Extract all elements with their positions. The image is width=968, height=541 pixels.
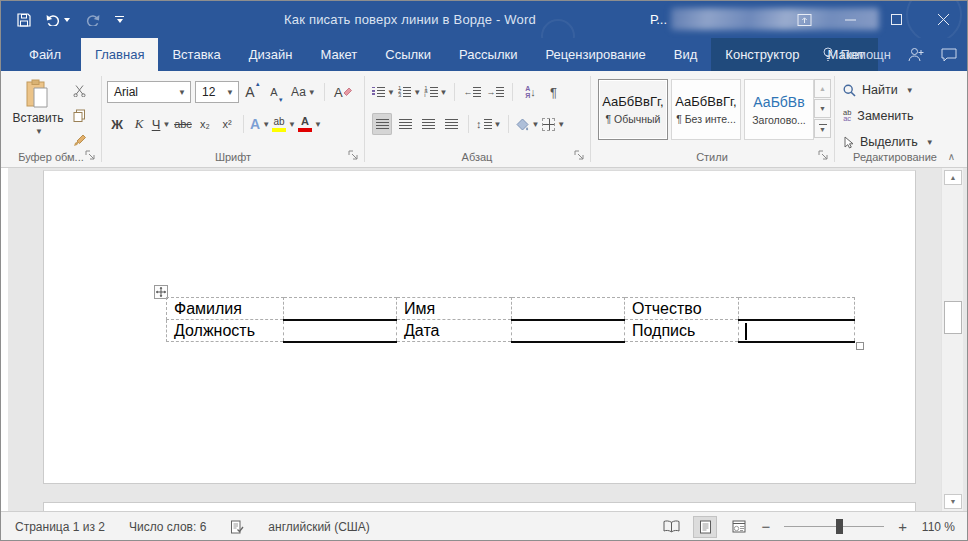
read-mode-button[interactable] <box>659 516 683 538</box>
superscript-button[interactable]: х² <box>217 113 237 135</box>
maximize-button[interactable] <box>873 1 919 38</box>
shrink-font-button[interactable]: А▼ <box>267 81 287 103</box>
table-cell-label[interactable]: Должность <box>167 320 284 342</box>
scroll-down-button[interactable]: ▼ <box>944 494 962 509</box>
tab-references[interactable]: Ссылки <box>371 38 445 71</box>
ribbon-display-options-button[interactable] <box>781 1 827 38</box>
align-right-button[interactable] <box>418 113 438 135</box>
replace-button[interactable]: abac Заменить <box>843 105 914 127</box>
collapse-ribbon-button[interactable]: ∧ <box>948 151 955 162</box>
style-normal[interactable]: АаБбВвГг, ¶ Обычный <box>598 79 668 140</box>
style-scroll-down-button[interactable]: ▼ <box>814 99 831 118</box>
tab-design[interactable]: Дизайн <box>235 38 307 71</box>
text-highlight-button[interactable]: ab▼ <box>272 113 296 135</box>
tab-layout[interactable]: Макет <box>306 38 371 71</box>
scrollbar-thumb[interactable] <box>944 301 962 334</box>
bullets-button[interactable]: ▼ <box>372 81 395 103</box>
tab-review[interactable]: Рецензирование <box>531 38 659 71</box>
decrease-indent-button[interactable]: ← <box>462 81 482 103</box>
table-cell-blank[interactable] <box>284 320 397 342</box>
align-center-button[interactable] <box>395 113 415 135</box>
redo-icon[interactable] <box>85 14 100 26</box>
style-scroll-up-button[interactable]: ▲ <box>814 79 831 98</box>
tab-view[interactable]: Вид <box>660 38 712 71</box>
tab-file[interactable]: Файл <box>9 38 81 71</box>
multilevel-list-button[interactable]: 1ai▼ <box>424 81 447 103</box>
web-layout-button[interactable] <box>727 516 751 538</box>
italic-button[interactable]: К <box>129 113 149 135</box>
find-button[interactable]: Найти▼ <box>843 79 914 101</box>
clear-formatting-button[interactable]: А <box>333 81 353 103</box>
text-effects-button[interactable]: А▼ <box>250 113 270 135</box>
scroll-up-button[interactable]: ▲ <box>944 170 962 185</box>
zoom-in-button[interactable]: + <box>898 519 907 534</box>
strikethrough-button[interactable]: abc <box>173 113 193 135</box>
document-table[interactable]: Фамилия Имя Отчество Должность Дата Подп… <box>166 297 855 343</box>
increase-indent-button[interactable]: → <box>485 81 505 103</box>
table-cell-label[interactable]: Дата <box>397 320 512 342</box>
style-gallery-more-button[interactable]: ▼ <box>814 119 831 138</box>
grow-font-button[interactable]: А▲ <box>243 81 263 103</box>
style-heading1[interactable]: АаБбВв Заголово... <box>744 79 814 140</box>
proofing-status-icon[interactable] <box>230 520 244 534</box>
table-cell-active[interactable] <box>739 320 855 342</box>
table-cell-label[interactable]: Подпись <box>625 320 739 342</box>
justify-button[interactable] <box>441 113 461 135</box>
print-layout-button[interactable] <box>693 516 717 538</box>
select-button[interactable]: Выделить▼ <box>843 131 934 153</box>
font-size-dropdown-icon[interactable]: ▼ <box>221 88 234 97</box>
sort-button[interactable]: АЯ ↓ <box>520 81 540 103</box>
line-spacing-button[interactable]: ↕▼ <box>476 113 501 135</box>
clipboard-dialog-launcher[interactable] <box>85 150 96 161</box>
show-marks-button[interactable]: ¶ <box>543 81 563 103</box>
underline-button[interactable]: Ч▼ <box>151 113 171 135</box>
zoom-slider[interactable] <box>784 526 884 528</box>
word-count[interactable]: Число слов: 6 <box>129 520 206 534</box>
zoom-level[interactable]: 110 % <box>917 520 955 534</box>
undo-dropdown-icon[interactable] <box>64 18 70 22</box>
borders-button[interactable]: ▼ <box>542 113 565 135</box>
tab-home[interactable]: Главная <box>81 38 158 71</box>
table-cell-label[interactable]: Имя <box>397 298 512 320</box>
font-name-dropdown-icon[interactable]: ▼ <box>173 88 186 97</box>
table-cell-blank[interactable] <box>739 298 855 320</box>
copy-button[interactable] <box>69 104 89 126</box>
font-name-combobox[interactable]: Arial ▼ <box>107 81 191 103</box>
table-cell-label[interactable]: Фамилия <box>167 298 284 320</box>
page-indicator[interactable]: Страница 1 из 2 <box>15 520 105 534</box>
paste-dropdown-icon[interactable]: ▼ <box>35 127 43 136</box>
customize-quick-access-icon[interactable] <box>115 16 124 24</box>
cut-button[interactable] <box>69 79 89 101</box>
tell-me-assistant[interactable]: Помощн <box>822 47 891 62</box>
font-dialog-launcher[interactable] <box>348 150 359 161</box>
share-button[interactable] <box>908 47 924 62</box>
bold-button[interactable]: Ж <box>107 113 127 135</box>
close-button[interactable] <box>919 1 967 38</box>
styles-dialog-launcher[interactable] <box>818 150 829 161</box>
tab-table-design[interactable]: Конструктор <box>711 38 813 71</box>
font-color-button[interactable]: А▼ <box>298 113 322 135</box>
undo-button[interactable] <box>46 14 70 26</box>
change-case-button[interactable]: Аа▼ <box>291 81 316 103</box>
table-cell-blank[interactable] <box>284 298 397 320</box>
font-size-combobox[interactable]: 12 ▼ <box>195 81 239 103</box>
language-indicator[interactable]: английский (США) <box>268 520 369 534</box>
table-cell-blank[interactable] <box>512 320 625 342</box>
paragraph-dialog-launcher[interactable] <box>574 150 585 161</box>
comments-button[interactable] <box>941 48 957 62</box>
paste-button[interactable]: Вставить ▼ <box>11 79 65 153</box>
table-resize-handle[interactable] <box>856 342 864 350</box>
style-no-spacing[interactable]: АаБбВвГг, ¶ Без инте... <box>671 79 741 140</box>
format-painter-button[interactable] <box>69 129 89 151</box>
shading-button[interactable]: ▼ <box>516 113 539 135</box>
numbering-button[interactable]: 123▼ <box>398 81 421 103</box>
minimize-button[interactable] <box>827 1 873 38</box>
tab-insert[interactable]: Вставка <box>158 38 234 71</box>
tab-mailings[interactable]: Рассылки <box>445 38 531 71</box>
zoom-slider-thumb[interactable] <box>836 519 843 534</box>
table-cell-label[interactable]: Отчество <box>625 298 739 320</box>
table-cell-blank[interactable] <box>512 298 625 320</box>
vertical-scrollbar[interactable]: ▲ ▼ <box>941 168 963 511</box>
zoom-out-button[interactable]: − <box>761 519 770 534</box>
align-left-button[interactable] <box>372 113 392 135</box>
